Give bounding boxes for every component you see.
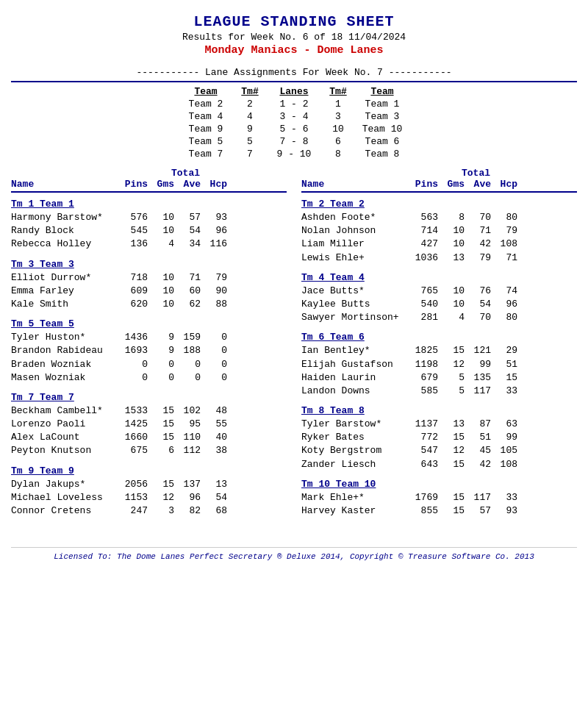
- team-title: Tm 3 Team 3: [11, 259, 287, 270]
- lane-assignments-heading: ----------- Lane Assignments For Week No…: [11, 67, 577, 78]
- player-pins: 1533: [121, 404, 148, 418]
- player-gms: 15: [438, 458, 465, 471]
- player-hcp: 90: [201, 285, 227, 298]
- team-block: Tm 1 Team 1Harmony Barstow*576105793Rand…: [11, 199, 287, 251]
- player-stats: 714107179: [412, 224, 517, 238]
- team-block: Tm 6 Team 6Ian Bentley*18251512129Elijah…: [301, 332, 577, 398]
- right-gms-header: Gms: [438, 179, 465, 190]
- player-hcp: 93: [491, 504, 517, 518]
- left-col-headers: Name Pins Gms Ave Hcp: [11, 179, 287, 190]
- player-hcp: 80: [491, 311, 517, 324]
- player-name: Zander Liesch: [301, 458, 412, 471]
- player-hcp: 96: [491, 298, 517, 311]
- player-hcp: 80: [491, 211, 517, 224]
- col-team2: Team: [353, 85, 412, 98]
- player-row: Randy Block545105496: [11, 224, 287, 238]
- player-hcp: 29: [491, 344, 517, 357]
- player-pins: 136: [121, 238, 148, 251]
- player-row: Harmony Barstow*576105793: [11, 211, 287, 224]
- player-name: Michael Loveless: [11, 491, 121, 504]
- player-pins: 0: [121, 371, 148, 385]
- player-gms: 13: [438, 418, 465, 431]
- player-row: Ian Bentley*18251512129: [301, 344, 577, 357]
- player-hcp: 116: [201, 238, 227, 251]
- player-hcp: 0: [201, 344, 227, 357]
- player-row: Peyton Knutson675611238: [11, 444, 287, 457]
- player-ave: 188: [174, 344, 201, 357]
- left-divider: [11, 191, 287, 193]
- player-row: Sawyer Mortinson+28147080: [301, 311, 577, 324]
- player-ave: 51: [465, 431, 491, 444]
- top-divider: [11, 81, 577, 82]
- player-name: Ashden Foote*: [301, 211, 412, 224]
- player-hcp: 13: [201, 478, 227, 491]
- subtitle: Results for Week No. 6 of 18 11/04/2024: [11, 32, 577, 43]
- team-title: Tm 10 Team 10: [301, 479, 577, 490]
- player-stats: 28147080: [412, 311, 517, 324]
- player-ave: 159: [174, 331, 201, 344]
- team-block: Tm 2 Team 2Ashden Foote*56387080Nolan Jo…: [301, 199, 577, 265]
- player-pins: 1660: [121, 431, 148, 444]
- team-title: Tm 1 Team 1: [11, 199, 287, 210]
- player-hcp: 51: [491, 358, 517, 371]
- player-name: Alex LaCount: [11, 431, 121, 444]
- player-row: Elijah Gustafson1198129951: [301, 358, 577, 371]
- team-block: Tm 5 Team 5Tyler Huston*143691590Brandon…: [11, 318, 287, 385]
- lane-cell: Team 1: [353, 98, 412, 110]
- player-gms: 10: [148, 298, 174, 311]
- player-ave: 34: [174, 238, 201, 251]
- player-gms: 10: [438, 224, 465, 238]
- player-pins: 1198: [412, 358, 438, 371]
- player-ave: 54: [465, 298, 491, 311]
- player-gms: 15: [438, 491, 465, 504]
- player-row: Tyler Huston*143691590: [11, 331, 287, 344]
- player-stats: 24738268: [121, 504, 227, 518]
- player-pins: 772: [412, 431, 438, 444]
- player-stats: 545105496: [121, 224, 227, 238]
- player-hcp: 88: [201, 298, 227, 311]
- player-gms: 4: [438, 311, 465, 324]
- lane-cell: Team 2: [176, 98, 235, 110]
- player-row: Liam Miller4271042108: [301, 238, 577, 251]
- col-tm2: Tm#: [323, 85, 353, 98]
- player-ave: 62: [174, 298, 201, 311]
- lane-cell: 5: [235, 135, 265, 148]
- player-name: Ian Bentley*: [301, 344, 412, 357]
- player-ave: 117: [465, 491, 491, 504]
- player-name: Kaylee Butts: [301, 298, 412, 311]
- player-pins: 0: [121, 358, 148, 371]
- lane-cell: Team 5: [176, 135, 235, 148]
- player-pins: 643: [412, 458, 438, 471]
- player-stats: 540105496: [412, 298, 517, 311]
- player-name: Dylan Jakups*: [11, 478, 121, 491]
- league-name: Monday Maniacs - Dome Lanes: [11, 44, 577, 57]
- player-ave: 70: [465, 311, 491, 324]
- player-hcp: 0: [201, 371, 227, 385]
- player-name: Rebecca Holley: [11, 238, 121, 251]
- player-name: Lewis Ehle+: [301, 251, 412, 265]
- player-row: Masen Wozniak0000: [11, 371, 287, 385]
- lane-cell: Team 10: [353, 123, 412, 135]
- player-pins: 1436: [121, 331, 148, 344]
- player-name: Emma Farley: [11, 285, 121, 298]
- player-name: Haiden Laurin: [301, 371, 412, 385]
- lane-cell: 3: [323, 110, 353, 123]
- player-row: Ryker Bates772155199: [301, 431, 577, 444]
- player-stats: 609106090: [121, 285, 227, 298]
- player-stats: 20561513713: [121, 478, 227, 491]
- lane-cell: Team 3: [353, 110, 412, 123]
- player-ave: 76: [465, 285, 491, 298]
- player-hcp: 93: [201, 211, 227, 224]
- player-ave: 110: [174, 431, 201, 444]
- player-pins: 855: [412, 504, 438, 518]
- player-stats: 169391880: [121, 344, 227, 357]
- player-row: Dylan Jakups*20561513713: [11, 478, 287, 491]
- player-stats: 620106288: [121, 298, 227, 311]
- player-hcp: 79: [201, 271, 227, 285]
- player-name: Nolan Johnson: [301, 224, 412, 238]
- player-gms: 0: [148, 371, 174, 385]
- player-gms: 9: [148, 344, 174, 357]
- left-hcp-header: Hcp: [201, 179, 227, 190]
- player-stats: 772155199: [412, 431, 517, 444]
- player-name: Liam Miller: [301, 238, 412, 251]
